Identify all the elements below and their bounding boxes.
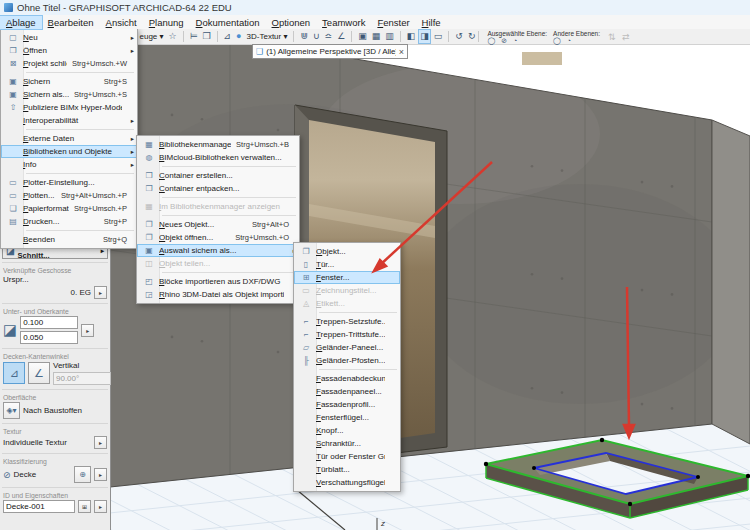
classification-icon: ⊘ — [3, 470, 11, 480]
menubar-planung[interactable]: Planung — [143, 16, 190, 29]
menubar-dokumentation[interactable]: Dokumentation — [190, 16, 266, 29]
menu-item-icon: ⇧ — [3, 103, 23, 112]
menu-item[interactable]: ╟ Geländer-Pfosten... — [294, 354, 400, 367]
menu-item[interactable]: ◰ Blöcke importieren aus DXF/DWG — [137, 275, 299, 288]
toolbar-separator[interactable] — [217, 31, 218, 42]
orbit-icon[interactable]: ↺ — [454, 30, 464, 43]
arc-snap-icon[interactable]: ∪ — [312, 30, 321, 43]
elevation-options-button[interactable]: ▸ — [81, 324, 94, 337]
menu-item[interactable]: Türblatt... — [294, 463, 400, 476]
menu-item[interactable]: ▤ Drucken... Strg+P — [1, 215, 137, 228]
menu-item[interactable]: Beenden Strg+Q — [1, 233, 137, 246]
explore-model-icon[interactable]: ↻ — [467, 30, 477, 43]
menu-item[interactable]: Tür oder Fenster Griff... — [294, 450, 400, 463]
toolbar-separator[interactable] — [400, 31, 401, 42]
menu-item[interactable]: ▭ Plotten... Strg+Alt+Umsch.+P — [1, 189, 137, 202]
menu-item[interactable]: ▱ Geländer-Paneel... — [294, 341, 400, 354]
menubar-hilfe[interactable]: Hilfe — [416, 16, 447, 29]
menubar-bearbeiten[interactable]: Bearbeiten — [42, 16, 100, 29]
menu-item[interactable]: ◬ Etikett... — [294, 297, 400, 310]
menubar-fenster[interactable]: Fenster — [371, 16, 415, 29]
menubar-teamwork[interactable]: Teamwork — [316, 16, 371, 29]
menu-item[interactable]: ❒ Container entpacken... — [137, 182, 299, 195]
menu-item[interactable]: Externe Daten ▸ — [1, 132, 137, 145]
menu-item[interactable]: Verschattungsflügel... — [294, 476, 400, 489]
menu-item[interactable]: ▦ Bibliothekenmanager... Strg+Umsch.+B — [137, 138, 299, 151]
classification-options-button[interactable]: ▸ — [94, 468, 107, 481]
menu-item[interactable]: ▯ Tür... — [294, 258, 400, 271]
marquee-icon[interactable]: ▣ — [357, 30, 368, 43]
toolbar-separator[interactable] — [293, 31, 294, 42]
menu-item[interactable]: ◫ Objekt teilen... — [137, 257, 299, 270]
custom-angle-button[interactable]: ∠ — [28, 362, 50, 384]
menu-item[interactable]: ▣ Sichern als... Strg+Umsch.+S — [1, 88, 137, 101]
menu-item-auswahl-sichern-als[interactable]: ▣ Auswahl sichern als... ▸ — [137, 244, 299, 257]
menu-item[interactable]: ❐ Neues Objekt... Strg+Alt+O — [137, 218, 299, 231]
selected-layer-control[interactable]: Ausgewählte Ebene: ◯ ⊘ ◔ — [487, 30, 547, 44]
id-grid-button[interactable]: ⊞ — [78, 500, 91, 513]
offset-icon[interactable]: ≏ — [324, 30, 334, 43]
menu-item[interactable]: ⌐ Treppen-Trittstufe... — [294, 328, 400, 341]
angle-icon[interactable]: ∠ — [336, 30, 346, 43]
column-grid-icon[interactable]: ▥ — [384, 30, 395, 43]
menu-item[interactable]: ❐ Objekt... — [294, 245, 400, 258]
library-folder-icon[interactable]: ❒ — [201, 30, 211, 43]
toolbar-separator[interactable] — [448, 31, 449, 42]
vertical-edge-button[interactable]: ⊿ — [3, 362, 25, 384]
menu-item[interactable]: Knopf... — [294, 424, 400, 437]
layer-visibility-icons[interactable]: ◯ ◔ — [553, 37, 600, 44]
surface-paint-button[interactable]: ◈▾ — [3, 402, 20, 419]
menu-item[interactable]: ◲ Rhino 3DM-Datei als Objekt importieren… — [137, 288, 299, 301]
tab-close-icon[interactable]: × — [399, 47, 404, 57]
view-3d-icon[interactable]: ◨ — [419, 30, 430, 43]
menu-item[interactable]: ▭ Plotter-Einstellung... — [1, 176, 137, 189]
menu-item[interactable]: ▭ Zeichnungstitel... — [294, 284, 400, 297]
classification-globe-button[interactable]: ⊕ — [74, 466, 91, 483]
menu-item[interactable]: Fassadenprofil... — [294, 398, 400, 411]
menu-item[interactable]: Fensterflügel... — [294, 411, 400, 424]
toolbar-separator[interactable] — [351, 31, 352, 42]
3d-sphere-icon[interactable]: ● — [235, 30, 242, 43]
gravity-icon[interactable]: ⋓ — [299, 30, 309, 43]
top-elevation-input[interactable] — [20, 316, 78, 329]
menubar-optionen[interactable]: Optionen — [266, 16, 317, 29]
menu-item[interactable]: ⊠ Projekt schließen Strg+Umsch.+W — [1, 57, 137, 70]
element-id-input[interactable] — [3, 500, 75, 513]
menubar-ablage[interactable]: Ablage — [0, 16, 42, 29]
menu-item[interactable]: Schranktür... — [294, 437, 400, 450]
menu-item[interactable]: ⇧ Publiziere BIMx Hyper-Modell... — [1, 101, 137, 114]
view-2d-icon[interactable]: ◧ — [406, 30, 417, 43]
menu-item[interactable]: ▢ Neu ▸ — [1, 31, 137, 44]
menu-item-fenster[interactable]: ⊞ Fenster... — [294, 271, 400, 284]
menu-item[interactable]: Fassadenabdeckung... — [294, 372, 400, 385]
menu-item[interactable]: ▣ Sichern Strg+S — [1, 75, 137, 88]
toolbar-separator[interactable] — [183, 31, 184, 42]
layer-visibility-icons[interactable]: ◯ ⊘ ◔ — [487, 37, 547, 44]
werkzeuge-dropdown[interactable]: euge ▾ — [139, 30, 165, 43]
story-picker-button[interactable]: ▸ — [94, 286, 107, 299]
menu-item[interactable]: ▦ Im Bibliothekenmanager anzeigen — [137, 200, 299, 213]
bottom-elevation-input[interactable] — [20, 331, 78, 344]
menu-item[interactable]: ⌐ Treppen-Setzstufe... — [294, 315, 400, 328]
grid-snap-icon[interactable]: ▦ — [371, 30, 382, 43]
dimension-icon[interactable]: ⊨ — [189, 30, 199, 43]
menubar-ansicht[interactable]: Ansicht — [100, 16, 143, 29]
menu-item[interactable]: Interoperabilität ▸ — [1, 114, 137, 127]
menu-item[interactable]: ◍ BIMcloud-Bibliotheken verwalten... — [137, 151, 299, 164]
menu-item-icon: ◬ — [296, 299, 316, 308]
other-layers-control[interactable]: Andere Ebenen: ◯ ◔ — [553, 30, 600, 44]
user-origin-icon[interactable]: ⊿ — [223, 30, 233, 43]
menu-item[interactable]: ❒ Öffnen ▸ — [1, 44, 137, 57]
menu-item[interactable]: ❒ Container erstellen... — [137, 169, 299, 182]
texture-options-button[interactable]: ▸ — [94, 436, 107, 449]
menu-item-bibliotheken-und-objekte[interactable]: Bibliotheken und Objekte ▸ — [1, 145, 137, 158]
viewport-tab[interactable]: ❑ (1) Allgemeine Perspektive [3D / Alle]… — [252, 44, 408, 59]
menu-item[interactable]: ❐ Objekt öffnen... Strg+Umsch.+O — [137, 231, 299, 244]
favorites-star-icon[interactable]: ☆ — [168, 30, 178, 43]
menu-item[interactable]: Info ▸ — [1, 158, 137, 171]
id-options-button[interactable]: ▸ — [94, 500, 107, 513]
menu-item[interactable]: ❏ Papierformat... Strg+Umsch.+P — [1, 202, 137, 215]
menu-item[interactable]: Fassadenpaneel... — [294, 385, 400, 398]
3d-textur-dropdown[interactable]: 3D-Textur ▾ — [246, 30, 289, 43]
camera-icon[interactable]: ▭ — [433, 30, 444, 43]
